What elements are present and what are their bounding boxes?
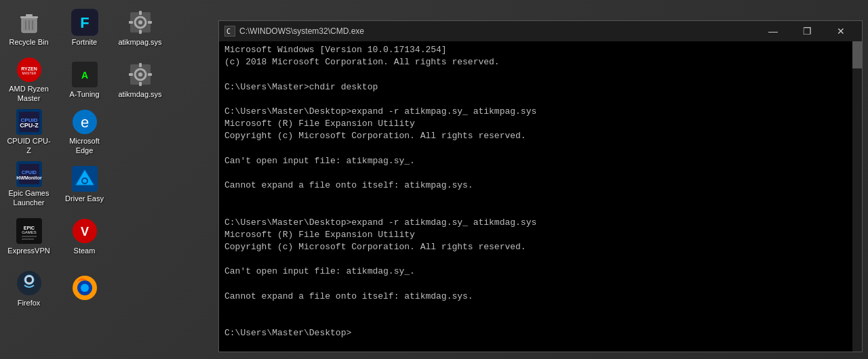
cpuid-cpuz-icon: CPUID CPU-Z (16, 109, 43, 135)
cmd-line (224, 93, 847, 106)
a-tuning-label: A-Tuning (69, 90, 99, 99)
svg-point-22 (138, 72, 142, 77)
cmd-line: Microsoft (R) File Expansion Utility (224, 118, 847, 130)
cmd-line: Cannot expand a file onto itself: atikmd… (224, 291, 847, 303)
driver-easy-icon (71, 165, 98, 192)
icon-recycle-bin[interactable]: Recycle Bin (3, 3, 54, 52)
cmd-controls: — ❐ ✕ (757, 21, 856, 41)
cmd-line (224, 204, 847, 216)
cmd-line (224, 303, 847, 315)
cmd-line (224, 68, 847, 81)
cmd-body[interactable]: Microsoft Windows [Version 10.0.17134.25… (219, 41, 852, 352)
cmd-line: Microsoft (R) File Expansion Utility (224, 229, 847, 241)
cmd-line: C:\Users\Master\Desktop> (224, 327, 847, 339)
cmd-line (224, 278, 847, 291)
svg-rect-23 (139, 63, 142, 67)
icon-microsoft-edge[interactable]: e Microsoft Edge (59, 108, 110, 156)
cmd-content-area: Microsoft Windows [Version 10.0.17134.25… (219, 41, 862, 352)
restore-button[interactable]: ❐ (791, 21, 823, 41)
svg-rect-12 (139, 30, 142, 34)
driver-easy-label: Driver Easy (65, 194, 104, 203)
icon-atikmdag[interactable]: atikmdag.sys (115, 56, 165, 104)
cmd-scrollbar[interactable] (852, 41, 862, 352)
icon-atikmpag[interactable]: atikmpag.sys (115, 3, 165, 52)
cmd-line: Copyright (c) Microsoft Corporation. All… (224, 241, 847, 253)
microsoft-edge-label: Microsoft Edge (62, 137, 107, 154)
close-button[interactable]: ✕ (825, 21, 856, 41)
svg-text:A: A (81, 70, 87, 81)
epic-games-icon: EPIC GAMES (16, 217, 43, 245)
atikmdag-icon (127, 61, 154, 88)
svg-point-10 (138, 20, 142, 24)
cmd-line (224, 167, 847, 180)
icon-a-tuning[interactable]: A A-Tuning (59, 56, 110, 104)
svg-rect-26 (148, 73, 152, 76)
icon-cpuid-cpuz[interactable]: CPUID CPU-Z CPUID CPU-Z (3, 108, 54, 156)
icon-epic-games[interactable]: EPIC GAMES ExpressVPN (3, 212, 54, 261)
svg-text:F: F (80, 14, 89, 31)
amd-ryzen-label: AMD Ryzen Master (6, 85, 52, 102)
svg-rect-11 (139, 11, 142, 15)
cmd-line (224, 253, 847, 266)
firefox-icon (71, 274, 98, 301)
empty-cell-4 (115, 160, 165, 209)
cmd-line (224, 192, 847, 204)
icon-driver-easy[interactable]: Driver Easy (59, 160, 110, 209)
empty-cell-5 (115, 212, 165, 261)
svg-text:C: C (226, 28, 231, 35)
svg-rect-44 (22, 236, 37, 237)
minimize-button[interactable]: — (757, 21, 789, 41)
icon-cpuid-hwmonitor[interactable]: CPUID HWMonitor Epic Games Launcher (3, 160, 54, 209)
cmd-window-icon: C (224, 26, 235, 37)
recycle-bin-label: Recycle Bin (9, 38, 48, 47)
cmd-line (224, 315, 847, 327)
svg-text:GAMES: GAMES (22, 230, 37, 234)
fortnite-icon: F (71, 9, 98, 36)
cmd-line: C:\Users\Master\Desktop>expand -r atikmd… (224, 217, 847, 229)
microsoft-edge-icon: e (71, 109, 98, 135)
svg-rect-14 (148, 21, 152, 24)
svg-rect-13 (129, 21, 133, 24)
cmd-titlebar: C C:\WINDOWS\system32\CMD.exe — ❐ ✕ (219, 21, 862, 41)
svg-text:e: e (80, 114, 88, 131)
cmd-line: Can't open input file: atikmdag.sy_. (224, 266, 847, 278)
svg-point-53 (81, 284, 89, 292)
cpuid-hwmonitor-label: Epic Games Launcher (6, 189, 52, 207)
icon-firefox[interactable] (59, 264, 110, 313)
svg-text:EPIC: EPIC (23, 226, 34, 230)
svg-rect-45 (22, 238, 34, 240)
cmd-line (224, 143, 847, 155)
cmd-line: Can't open input file: atikmpag.sy_. (224, 155, 847, 167)
epic-games-label: ExpressVPN (7, 247, 50, 255)
cmd-line: (c) 2018 Microsoft Corporation. All righ… (224, 56, 847, 68)
cmd-window: C C:\WINDOWS\system32\CMD.exe — ❐ ✕ Micr… (218, 20, 863, 352)
fortnite-label: Fortnite (72, 38, 97, 47)
svg-point-40 (83, 179, 87, 183)
svg-rect-1 (20, 16, 38, 18)
cmd-scrollbar-thumb[interactable] (852, 41, 862, 68)
svg-rect-25 (129, 73, 133, 76)
svg-text:V: V (80, 225, 88, 238)
steam-label: Firefox (18, 299, 41, 308)
expressvpn-icon: V (71, 217, 98, 245)
icon-expressvpn[interactable]: V Steam (59, 212, 110, 261)
cmd-title-text: C:\WINDOWS\system32\CMD.exe (239, 26, 757, 36)
icon-amd-ryzen[interactable]: RYZEN MASTER AMD Ryzen Master (3, 56, 54, 104)
cpuid-cpuz-label: CPUID CPU-Z (6, 137, 52, 154)
icon-fortnite[interactable]: F Fortnite (59, 3, 110, 52)
atikmpag-label: atikmpag.sys (118, 38, 161, 47)
cmd-line: C:\Users\Master\Desktop>expand -r atikmp… (224, 106, 847, 118)
amd-ryzen-icon: RYZEN MASTER (16, 57, 43, 83)
svg-text:CPUID: CPUID (22, 170, 37, 175)
svg-text:MASTER: MASTER (22, 71, 36, 75)
steam-icon (16, 270, 43, 297)
cmd-line: Copyright (c) Microsoft Corporation. All… (224, 130, 847, 142)
cmd-line: Cannot expand a file onto itself: atikmp… (224, 180, 847, 192)
recycle-bin-icon (16, 9, 43, 36)
icon-steam[interactable]: Firefox (3, 264, 54, 313)
cmd-line: C:\Users\Master>chdir desktop (224, 81, 847, 93)
cmd-line: Microsoft Windows [Version 10.0.17134.25… (224, 44, 847, 56)
desktop: Recycle Bin F Fortnite atikmpag.sys (0, 0, 210, 359)
empty-cell-3 (115, 108, 165, 156)
cpuid-hwmonitor-icon: CPUID HWMonitor (16, 161, 43, 187)
